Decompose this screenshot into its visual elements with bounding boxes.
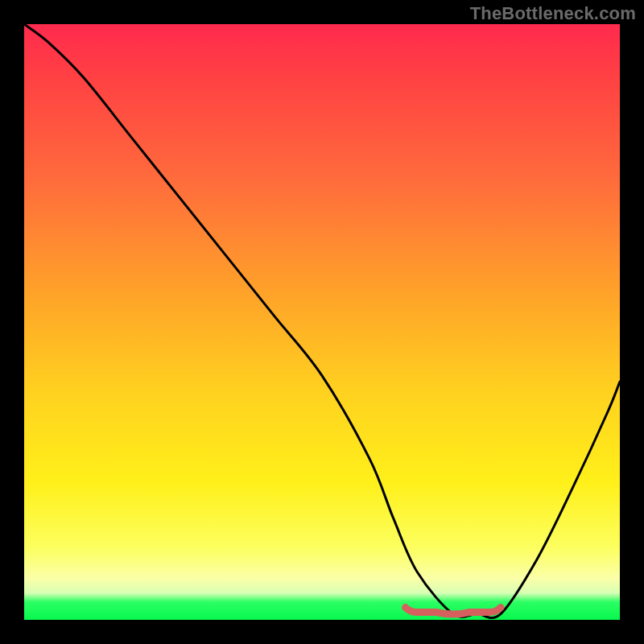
- curve-layer: [24, 24, 620, 620]
- chart-frame: TheBottleneck.com: [0, 0, 644, 644]
- watermark-text: TheBottleneck.com: [470, 3, 636, 24]
- trough-highlight: [406, 608, 501, 615]
- bottleneck-curve: [24, 24, 620, 618]
- plot-area: [24, 24, 620, 620]
